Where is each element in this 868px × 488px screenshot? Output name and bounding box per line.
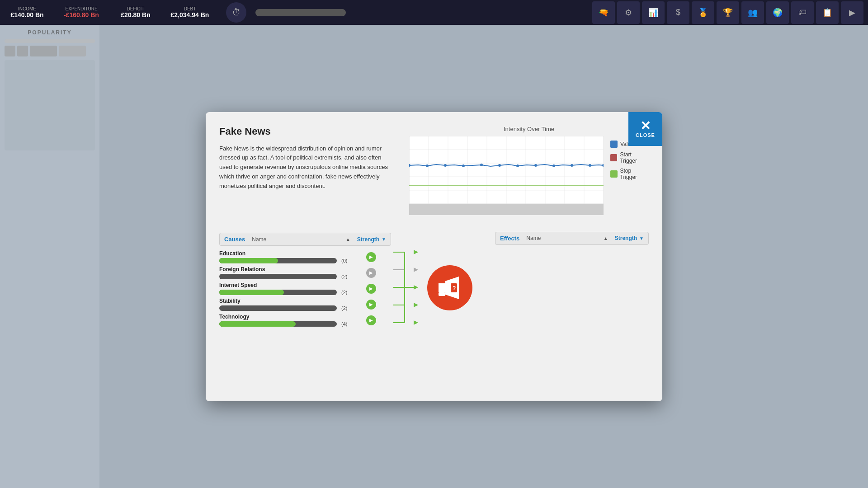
svg-marker-37 (414, 267, 418, 272)
people-icon[interactable]: 👥 (741, 1, 764, 24)
tag-icon[interactable]: 🏷 (791, 1, 814, 24)
income-stat: INCOME £140.00 Bn (5, 6, 50, 19)
modal: ✕ CLOSE Fake News Fake News is the wides… (206, 112, 662, 401)
cause-education: Education (0) ▶ (219, 250, 391, 263)
fake-news-icon[interactable]: ? (427, 265, 472, 310)
cause-technology-name: Technology (219, 314, 364, 320)
cause-education-track (219, 258, 337, 263)
cause-education-arrow: ▶ (366, 252, 376, 262)
gun-icon[interactable]: 🔫 (592, 1, 615, 24)
svg-point-21 (516, 164, 519, 167)
cause-technology: Technology (4) ▶ (219, 314, 391, 327)
cause-internet-fill (219, 290, 284, 295)
svg-marker-40 (414, 320, 418, 325)
effects-panel: Effects Name ▲ Strength ▼ (495, 232, 649, 331)
causes-name-col: Name (252, 236, 344, 243)
bottom-section: Causes Name ▲ Strength ▼ Education (219, 230, 649, 332)
income-label: INCOME (18, 6, 36, 11)
trophy-icon[interactable]: 🏆 (717, 1, 739, 24)
doc-icon[interactable]: 📋 (816, 1, 839, 24)
close-button[interactable]: ✕ CLOSE (628, 112, 662, 146)
expenditure-stat: EXPENDITURE -£160.80 Bn (59, 6, 104, 19)
cause-internet-name: Internet Speed (219, 282, 364, 288)
effects-sort-down-icon[interactable]: ▼ (639, 236, 644, 241)
deficit-stat: DEFICIT £20.80 Bn (113, 6, 158, 19)
cause-foreign-left: Foreign Relations (2) (219, 266, 364, 279)
close-label: CLOSE (636, 132, 655, 138)
svg-point-24 (571, 164, 573, 167)
cause-internet-left: Internet Speed (2) (219, 282, 364, 295)
cause-education-name: Education (219, 250, 364, 257)
cause-stability-slider-row: (2) (219, 305, 364, 311)
effects-tab-label[interactable]: Effects (500, 235, 519, 242)
modal-top-section: Fake News Fake News is the widespread di… (219, 126, 649, 217)
timer-icon[interactable]: ⏱ (226, 2, 246, 23)
modal-description: Fake News is the widespread distribution… (219, 144, 396, 191)
expenditure-label: EXPENDITURE (65, 6, 97, 11)
causes-tab-label[interactable]: Causes (224, 236, 245, 243)
globe-icon[interactable]: 🌍 (766, 1, 789, 24)
svg-marker-41 (439, 283, 445, 292)
chart-container: Intensity Over Time (409, 126, 649, 217)
legend-start-trigger: Start Trigger (610, 151, 649, 164)
dollar-icon[interactable]: $ (667, 1, 689, 24)
svg-marker-38 (414, 285, 418, 290)
start-trigger-swatch (610, 154, 617, 161)
svg-text:?: ? (453, 285, 456, 291)
cause-internet-slider-row: (2) (219, 290, 364, 295)
cause-technology-arrow: ▶ (366, 315, 376, 325)
causes-header: Causes Name ▲ Strength ▼ (219, 233, 391, 246)
effects-strength-col: Strength (615, 235, 637, 241)
chart-icon[interactable]: 📊 (642, 1, 665, 24)
top-bar-icons: 🔫 ⚙ 📊 $ 🏅 🏆 👥 🌍 🏷 📋 ▶ (592, 1, 863, 24)
svg-point-23 (552, 164, 555, 167)
chart-legend: Value Start Trigger Stop Trigger (610, 136, 649, 217)
modal-description-area: Fake News Fake News is the widespread di… (219, 126, 396, 217)
cause-education-slider-row: (0) (219, 258, 364, 263)
svg-rect-27 (409, 204, 604, 215)
chart-svg (409, 136, 604, 217)
cause-education-left: Education (0) (219, 250, 364, 263)
effects-header: Effects Name ▲ Strength ▼ (495, 232, 649, 245)
effects-name-col: Name (526, 235, 601, 241)
politics-icon[interactable]: ⚙ (617, 1, 640, 24)
causes-panel: Causes Name ▲ Strength ▼ Education (219, 233, 391, 329)
cause-foreign-arrow: ▶ (366, 268, 376, 278)
income-value: £140.00 Bn (10, 11, 43, 19)
chart-area: Value Start Trigger Stop Trigger (409, 136, 649, 217)
medal-icon[interactable]: 🏅 (692, 1, 714, 24)
cause-foreign-relations: Foreign Relations (2) ▶ (219, 266, 391, 279)
causes-sort-down-icon[interactable]: ▼ (382, 237, 386, 242)
cause-stability-value: (2) (341, 305, 347, 311)
value-swatch (610, 141, 618, 148)
expenditure-value: -£160.80 Bn (64, 11, 99, 19)
svg-point-18 (462, 164, 465, 167)
cause-foreign-name: Foreign Relations (219, 266, 364, 272)
more-icon[interactable]: ▶ (841, 1, 863, 24)
causes-strength-col: Strength (357, 236, 379, 243)
svg-marker-36 (414, 250, 418, 254)
modal-overlay: ✕ CLOSE Fake News Fake News is the wides… (0, 25, 868, 488)
svg-point-20 (498, 164, 501, 167)
cause-stability-left: Stability (2) (219, 298, 364, 311)
progress-bar (255, 9, 346, 16)
close-x-icon: ✕ (640, 120, 651, 132)
cause-foreign-value: (2) (341, 274, 347, 279)
effects-sort-up-icon[interactable]: ▲ (604, 236, 608, 241)
svg-point-19 (480, 164, 483, 166)
legend-stop-label: Stop Trigger (620, 168, 649, 180)
debt-value: £2,034.94 Bn (171, 11, 209, 19)
cause-technology-fill (219, 321, 296, 327)
deficit-value: £20.80 Bn (121, 11, 150, 19)
cause-education-value: (0) (341, 258, 347, 263)
svg-point-16 (426, 164, 429, 167)
cause-internet-arrow: ▶ (366, 284, 376, 294)
svg-point-22 (534, 164, 537, 167)
cause-technology-track (219, 321, 337, 327)
cause-stability: Stability (2) ▶ (219, 298, 391, 311)
causes-sort-up-icon[interactable]: ▲ (346, 237, 350, 242)
svg-marker-39 (414, 303, 418, 307)
cause-foreign-track (219, 274, 337, 279)
legend-start-label: Start Trigger (620, 151, 649, 164)
cause-technology-value: (4) (341, 321, 347, 327)
